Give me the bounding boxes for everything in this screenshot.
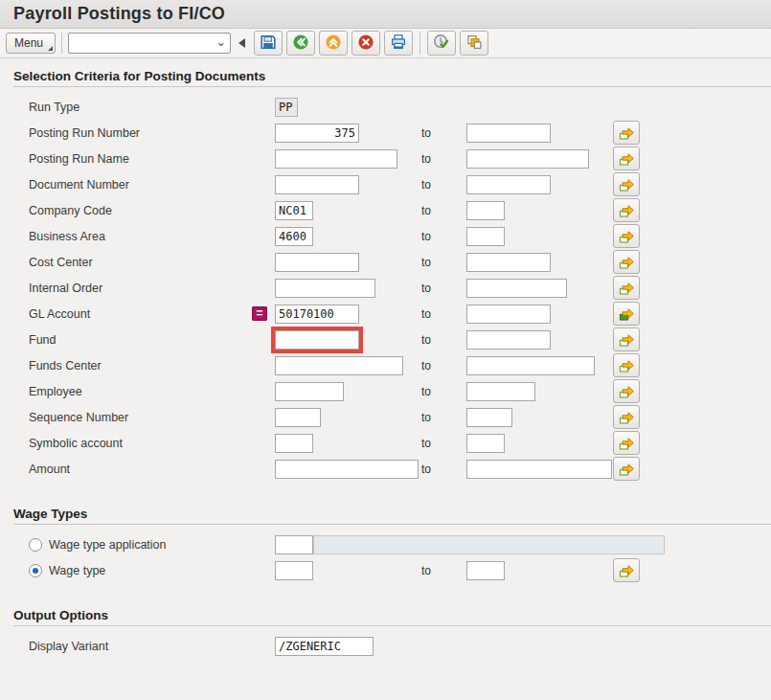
cost-center-to-input[interactable] xyxy=(466,253,551,272)
to-label: to xyxy=(421,333,466,347)
gl-account-multiselect-button-active[interactable] xyxy=(613,302,640,326)
employee-to-input[interactable] xyxy=(466,382,535,401)
symbolic-account-from-input[interactable] xyxy=(275,434,313,453)
save-button[interactable] xyxy=(254,31,283,56)
menu-button[interactable]: Menu xyxy=(6,33,56,54)
wage-type-application-radio[interactable] xyxy=(29,538,42,552)
field-label: Employee xyxy=(29,385,249,398)
display-variant-input[interactable] xyxy=(275,637,374,656)
company-code-multiselect-button[interactable] xyxy=(613,198,640,222)
wage-type-multiselect-button[interactable] xyxy=(613,558,640,582)
radio-label: Wage type application xyxy=(49,538,167,552)
field-label: Sequence Number xyxy=(29,411,249,424)
wage-type-to-input[interactable] xyxy=(466,561,505,580)
row-funds-center: Funds Center to xyxy=(0,352,771,378)
new-session-button[interactable] xyxy=(460,31,488,56)
to-label: to xyxy=(421,359,466,373)
command-input[interactable] xyxy=(72,34,212,52)
wage-type-application-display-field xyxy=(313,535,665,554)
to-label: to xyxy=(421,307,466,321)
company-code-to-input[interactable] xyxy=(466,201,505,220)
wage-type-from-input[interactable] xyxy=(275,561,313,580)
fund-to-input[interactable] xyxy=(466,330,551,350)
field-label: Symbolic account xyxy=(29,437,249,450)
to-label: to xyxy=(421,437,466,450)
up-button[interactable] xyxy=(319,31,348,56)
business-area-multiselect-button[interactable] xyxy=(613,224,640,248)
sequence-number-from-input[interactable] xyxy=(275,408,321,427)
field-label: Fund xyxy=(29,333,249,347)
posting-run-number-to-input[interactable] xyxy=(466,124,551,143)
execute-button[interactable] xyxy=(427,31,456,56)
document-number-multiselect-button[interactable] xyxy=(613,172,640,196)
title-bar: Payroll Postings to FI/CO xyxy=(0,0,771,29)
symbolic-account-to-input[interactable] xyxy=(466,434,505,453)
to-label: to xyxy=(421,411,466,424)
cost-center-multiselect-button[interactable] xyxy=(613,250,640,274)
to-label: to xyxy=(421,256,466,269)
symbolic-account-multiselect-button[interactable] xyxy=(613,431,640,455)
toolbar-separator xyxy=(61,33,62,54)
employee-from-input[interactable] xyxy=(275,382,344,401)
row-gl-account: GL Account = to xyxy=(0,301,771,327)
print-button[interactable] xyxy=(384,31,413,56)
posting-run-number-multiselect-button[interactable] xyxy=(613,121,640,145)
to-label: to xyxy=(421,204,466,217)
amount-from-input[interactable] xyxy=(275,460,419,479)
fund-from-input-highlighted[interactable] xyxy=(275,330,359,350)
row-wage-type-application: Wage type application xyxy=(0,531,771,557)
employee-multiselect-button[interactable] xyxy=(613,379,640,403)
amount-to-input[interactable] xyxy=(466,460,612,479)
save-icon xyxy=(260,34,277,54)
chevron-down-icon[interactable]: ⌄ xyxy=(215,34,226,49)
gl-account-from-input[interactable] xyxy=(275,305,359,324)
internal-order-from-input[interactable] xyxy=(275,279,375,298)
command-combobox[interactable]: ⌄ xyxy=(68,33,231,54)
application-toolbar: Menu ⌄ xyxy=(0,29,771,58)
cancel-icon xyxy=(357,34,374,54)
collapse-toolbar-icon[interactable] xyxy=(238,38,245,48)
to-label: to xyxy=(421,126,466,140)
document-number-from-input[interactable] xyxy=(275,175,359,194)
toolbar-group-separator xyxy=(420,32,420,55)
row-employee: Employee to xyxy=(0,378,771,404)
internal-order-to-input[interactable] xyxy=(466,279,567,298)
amount-multiselect-button[interactable] xyxy=(613,457,640,481)
sequence-number-multiselect-button[interactable] xyxy=(613,405,640,429)
fund-multiselect-button[interactable] xyxy=(613,327,640,351)
sequence-number-to-input[interactable] xyxy=(466,408,512,427)
funds-center-multiselect-button[interactable] xyxy=(613,353,640,377)
row-run-type: Run Type xyxy=(0,94,771,120)
wage-type-application-input[interactable] xyxy=(275,535,313,554)
menu-corner-triangle-icon xyxy=(48,46,53,51)
wage-type-radio-selected[interactable] xyxy=(29,564,42,577)
cost-center-from-input[interactable] xyxy=(275,253,359,272)
row-amount: Amount to xyxy=(0,456,771,482)
business-area-to-input[interactable] xyxy=(466,227,505,246)
to-label: to xyxy=(421,230,466,243)
to-label: to xyxy=(421,463,466,476)
field-label: Business Area xyxy=(29,230,249,243)
field-label: Internal Order xyxy=(29,282,249,295)
field-label: Posting Run Name xyxy=(29,152,249,166)
field-label: Funds Center xyxy=(29,359,249,373)
posting-run-number-from-input[interactable] xyxy=(275,124,359,143)
menu-button-label: Menu xyxy=(14,36,43,50)
posting-run-name-to-input[interactable] xyxy=(466,149,589,169)
posting-run-name-from-input[interactable] xyxy=(275,149,397,169)
equals-selection-option-icon[interactable]: = xyxy=(252,306,267,321)
back-button[interactable] xyxy=(286,31,315,56)
cancel-button[interactable] xyxy=(351,31,380,56)
gl-account-to-input[interactable] xyxy=(466,305,551,324)
row-document-number: Document Number to xyxy=(0,171,771,197)
document-number-to-input[interactable] xyxy=(466,175,551,194)
funds-center-from-input[interactable] xyxy=(275,356,403,375)
internal-order-multiselect-button[interactable] xyxy=(613,276,640,300)
posting-run-name-multiselect-button[interactable] xyxy=(613,147,640,170)
field-label: Posting Run Number xyxy=(29,126,249,140)
funds-center-to-input[interactable] xyxy=(466,356,595,375)
print-icon xyxy=(390,34,407,54)
company-code-from-input[interactable] xyxy=(275,201,313,220)
business-area-from-input[interactable] xyxy=(275,227,313,246)
field-label: Run Type xyxy=(29,101,249,114)
